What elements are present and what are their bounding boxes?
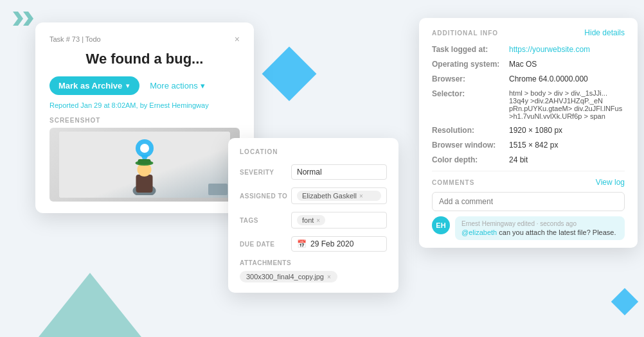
- info-label-browser: Browser:: [432, 74, 509, 83]
- info-panel-title: ADDITIONAL INFO: [432, 30, 498, 37]
- close-button[interactable]: ×: [235, 34, 240, 44]
- reported-by: Ernest Hemingway: [149, 101, 208, 109]
- due-date-value[interactable]: 📅 29 Feb 2020: [291, 236, 387, 252]
- info-value-browser-window: 1515 × 842 px: [509, 141, 625, 150]
- info-value-color-depth: 24 bit: [509, 155, 625, 164]
- tags-row: TAGS font ×: [240, 212, 387, 229]
- assigned-row: ASSIGNED TO Elizabeth Gaskell ×: [240, 187, 387, 204]
- assigned-value[interactable]: Elizabeth Gaskell ×: [291, 187, 387, 204]
- info-row-browser-window: Browser window: 1515 × 842 px: [432, 141, 625, 150]
- person-figure: [127, 155, 162, 198]
- avatar: EH: [432, 216, 450, 234]
- mark-archive-label: Mark as Archive: [58, 81, 122, 91]
- svg-rect-6: [136, 175, 152, 193]
- comment-bubble: Ernest Hemingway edited · seconds ago @e…: [455, 216, 625, 240]
- assigned-label: ASSIGNED TO: [240, 193, 291, 200]
- info-label-logged: Task logged at:: [432, 45, 509, 54]
- hide-details-link[interactable]: Hide details: [584, 28, 625, 37]
- remove-attachment-icon[interactable]: ×: [327, 273, 331, 281]
- screenshot-label: SCREENSHOT: [49, 117, 240, 124]
- bug-card-header: Task # 73 | Todo ×: [49, 34, 240, 44]
- remove-tag-icon[interactable]: ×: [316, 217, 320, 224]
- info-panel-header: ADDITIONAL INFO Hide details: [432, 28, 625, 37]
- comment-row: EH Ernest Hemingway edited · seconds ago…: [432, 216, 625, 240]
- decorative-diamond-top: [262, 47, 317, 101]
- attachment-chip: 300x300_final4_copy.jpg ×: [240, 271, 337, 282]
- info-row-color-depth: Color depth: 24 bit: [432, 155, 625, 164]
- screenshot-container: [49, 128, 240, 202]
- comment-mention: @elizabeth: [461, 229, 497, 236]
- bug-card-actions: Mark as Archive ▾ More actions ▾: [49, 76, 240, 95]
- comments-header: COMMENTS View log: [432, 178, 625, 187]
- laptop-icon: [208, 184, 228, 195]
- decorative-diamond-bottom-right: [611, 288, 638, 315]
- info-label-os: Operating system:: [432, 60, 509, 69]
- svg-marker-1: [23, 12, 33, 26]
- assigned-chip: Elizabeth Gaskell ×: [297, 191, 381, 201]
- location-section-label: LOCATION: [240, 148, 387, 155]
- attachments-label: ATTACHMENTS: [240, 259, 387, 266]
- comment-meta: Ernest Hemingway edited · seconds ago: [461, 220, 618, 227]
- reported-text: Reported Jan 29 at 8:02AM, by: [49, 101, 147, 109]
- severity-row: SEVERITY Normal: [240, 164, 387, 180]
- due-date-text: 29 Feb 2020: [310, 239, 353, 248]
- info-row-resolution: Resolution: 1920 × 1080 px: [432, 126, 625, 135]
- task-label: Task # 73 | Todo: [49, 35, 101, 43]
- comment-text: @elizabeth can you attach the latest fil…: [461, 229, 618, 236]
- svg-point-3: [140, 144, 149, 153]
- info-label-selector: Selector:: [432, 89, 509, 120]
- remove-assigned-icon[interactable]: ×: [359, 193, 363, 200]
- comments-label: COMMENTS: [432, 179, 474, 186]
- decorative-triangle-bottom: [39, 273, 141, 337]
- attachments-section: ATTACHMENTS 300x300_final4_copy.jpg ×: [240, 259, 387, 282]
- archive-chevron-icon: ▾: [126, 82, 129, 89]
- info-row-os: Operating system: Mac OS: [432, 60, 625, 69]
- attachment-filename: 300x300_final4_copy.jpg: [246, 273, 324, 281]
- more-actions-chevron-icon: ▾: [201, 81, 205, 91]
- info-panel: ADDITIONAL INFO Hide details Task logged…: [419, 18, 638, 248]
- info-value-browser: Chrome 64.0.0000.000: [509, 74, 625, 83]
- info-divider: [432, 171, 625, 171]
- severity-value[interactable]: Normal: [291, 164, 387, 180]
- tag-chip-font: font ×: [297, 215, 325, 225]
- info-value-os: Mac OS: [509, 60, 625, 69]
- reported-info: Reported Jan 29 at 8:02AM, by Ernest Hem…: [49, 101, 240, 109]
- tags-label: TAGS: [240, 217, 291, 224]
- info-row-browser: Browser: Chrome 64.0.0000.000: [432, 74, 625, 83]
- more-actions-label: More actions: [150, 81, 197, 91]
- info-row-selector: Selector: html > body > div > div._1sJJi…: [432, 89, 625, 120]
- mark-archive-button[interactable]: Mark as Archive ▾: [49, 76, 139, 95]
- svg-rect-9: [138, 159, 150, 164]
- assigned-chip-name: Elizabeth Gaskell: [302, 192, 357, 200]
- info-label-browser-window: Browser window:: [432, 141, 509, 150]
- screenshot-inner: [59, 132, 230, 198]
- info-value-logged[interactable]: https://yourwebsite.com: [509, 45, 625, 54]
- svg-marker-0: [13, 12, 23, 26]
- due-date-label: DUE DATE: [240, 241, 291, 248]
- tag-chip-label: font: [302, 216, 314, 224]
- location-panel: LOCATION SEVERITY Normal ASSIGNED TO Eli…: [228, 138, 398, 293]
- info-value-selector: html > body > div > div._1sJJi...13q4y >…: [509, 89, 625, 120]
- severity-label: SEVERITY: [240, 169, 291, 176]
- comment-input[interactable]: [432, 192, 625, 211]
- view-log-link[interactable]: View log: [596, 178, 625, 187]
- comment-body: can you attach the latest file? Please.: [499, 229, 616, 236]
- tags-value[interactable]: font ×: [291, 212, 387, 229]
- info-value-resolution: 1920 × 1080 px: [509, 126, 625, 135]
- info-label-color-depth: Color depth:: [432, 155, 509, 164]
- calendar-icon: 📅: [297, 239, 307, 248]
- more-actions-link[interactable]: More actions ▾: [150, 81, 204, 91]
- comment-author: Ernest Hemingway: [461, 220, 515, 227]
- due-date-row: DUE DATE 📅 29 Feb 2020: [240, 236, 387, 252]
- comment-time: edited · seconds ago: [517, 220, 577, 227]
- bug-card: Task # 73 | Todo × We found a bug... Mar…: [35, 22, 254, 213]
- decorative-chevron-left: [13, 12, 33, 28]
- info-row-logged: Task logged at: https://yourwebsite.com: [432, 45, 625, 54]
- info-label-resolution: Resolution:: [432, 126, 509, 135]
- bug-title: We found a bug...: [49, 51, 240, 67]
